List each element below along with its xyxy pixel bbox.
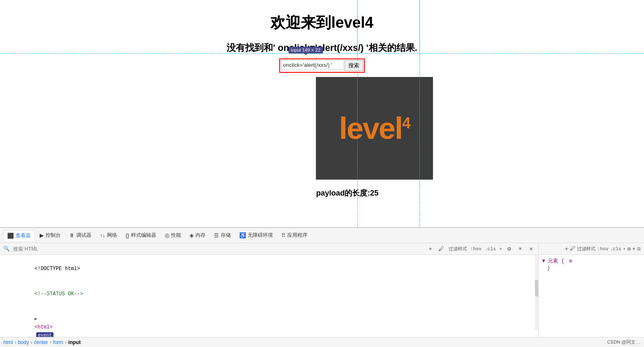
html-panel[interactable]: 🔍 + 🖊 过滤样式 :hov .cls + ⚙ ☀ ✕ <! (0, 243, 539, 337)
tab-inspector[interactable]: ⬛ 查看器 (3, 230, 35, 241)
breadcrumb-bar: html › body › center › form › input CSDN… (0, 337, 644, 347)
breadcrumb-input[interactable]: input (68, 339, 80, 345)
application-icon: ⠿ (281, 232, 286, 238)
storage-icon: ☰ (214, 232, 219, 238)
breadcrumb-html[interactable]: html (3, 339, 13, 345)
payload-info: payload的长度:25 (51, 188, 644, 198)
tab-console[interactable]: ▶ 控制台 (36, 230, 64, 241)
level4-logo-text: level4 (339, 111, 410, 146)
settings-styles-icon[interactable]: ⚙ (628, 246, 631, 252)
tab-debugger[interactable]: ⏸ 调试器 (66, 230, 95, 241)
settings-icon[interactable]: ⚙ (505, 245, 513, 253)
filter-styles-text: 过滤样式 (577, 246, 596, 252)
close-icon[interactable]: ✕ (527, 245, 535, 253)
accessibility-icon: ♿ (239, 232, 246, 238)
breadcrumb-body[interactable]: body (18, 339, 29, 345)
search-area: input 149 × 22 搜索 (0, 58, 644, 73)
theme-styles-icon[interactable]: ☀ (632, 246, 636, 252)
tab-storage[interactable]: ☰ 存储 (211, 230, 234, 241)
devtools-panel: ⬛ 查看器 ▶ 控制台 ⏸ 调试器 ↑↓ 网络 {} 样式编辑器 ◎ 性能 ◈ … (0, 227, 644, 347)
devtools-toolbar: ⬛ 查看器 ▶ 控制台 ⏸ 调试器 ↑↓ 网络 {} 样式编辑器 ◎ 性能 ◈ … (0, 228, 644, 243)
html-panel-toolbar: 🔍 + 🖊 过滤样式 :hov .cls + ⚙ ☀ ✕ (0, 243, 538, 255)
tab-style-editor[interactable]: {} 样式编辑器 (122, 230, 160, 241)
styles-selector: ▼ 元素 { ⚙ (542, 257, 641, 265)
tab-application[interactable]: ⠿ 应用程序 (278, 230, 311, 241)
html-line-html[interactable]: ▶ <html> event (3, 307, 535, 337)
styles-content: ▼ 元素 { ⚙ } (539, 255, 644, 274)
level4-image: level4 (316, 77, 433, 180)
html-content: <!DOCTYPE html> <!--STATUS OK--> ▶ <html… (0, 255, 538, 337)
styles-panel: + 🖊 过滤样式 :hov .cls + ⚙ ☀ ⊡ ▼ 元素 { ⚙ } (539, 243, 644, 337)
tab-accessibility[interactable]: ♿ 无障碍环境 (236, 230, 276, 241)
styles-rule: } (542, 265, 641, 271)
search-html-input[interactable] (13, 246, 423, 252)
main-page: 欢迎来到level4 没有找到和' onclick='alert(/xxs/) … (0, 0, 644, 227)
devtools-right-tools: + 🖊 过滤样式 :hov .cls + ⚙ ☀ ✕ (427, 245, 535, 253)
add-rule-button[interactable]: + (499, 246, 502, 252)
search-form-container: input 149 × 22 搜索 (279, 58, 365, 73)
tab-network[interactable]: ↑↓ 网络 (96, 230, 120, 241)
add-styles[interactable]: + (623, 246, 626, 252)
memory-icon: ◈ (190, 232, 194, 238)
add-node-button[interactable]: + (427, 245, 434, 253)
watermark: CSDN @阿文 ... (607, 339, 641, 345)
styles-pick-element[interactable]: 🖊 (570, 246, 575, 252)
performance-icon: ◎ (165, 232, 169, 238)
search-form-wrapper: 搜索 (279, 58, 365, 73)
search-icon: 🔍 (3, 246, 10, 252)
styles-add-rule[interactable]: + (565, 246, 568, 252)
filter-styles-label: 过滤样式 (449, 246, 467, 252)
pseudo-class-styles[interactable]: :hov (597, 246, 608, 252)
devtools-content: 🔍 + 🖊 过滤样式 :hov .cls + ⚙ ☀ ✕ <! (0, 243, 644, 337)
html-line-doctype[interactable]: <!DOCTYPE html> (3, 257, 535, 282)
class-button[interactable]: .cls (485, 246, 496, 252)
class-styles[interactable]: .cls (610, 246, 621, 252)
tab-performance[interactable]: ◎ 性能 (161, 230, 184, 241)
styles-toolbar-right: + 🖊 过滤样式 :hov .cls + ⚙ ☀ ⊡ (542, 246, 641, 252)
theme-icon[interactable]: ☀ (516, 245, 524, 253)
console-icon: ▶ (40, 232, 44, 238)
page-title: 欢迎来到level4 (0, 0, 644, 33)
debugger-icon: ⏸ (69, 232, 75, 238)
pick-element-button[interactable]: 🖊 (438, 245, 445, 253)
overflow-styles-icon[interactable]: ⊡ (637, 246, 641, 252)
breadcrumb-center[interactable]: center (34, 339, 48, 345)
scrollbar-track (535, 254, 538, 330)
scrollbar-thumb[interactable] (535, 280, 538, 297)
breadcrumb-form[interactable]: form (53, 339, 63, 345)
styles-panel-toolbar: + 🖊 过滤样式 :hov .cls + ⚙ ☀ ⊡ (539, 243, 644, 255)
styles-rule-settings-icon[interactable]: ⚙ (569, 258, 572, 264)
pseudo-class-button[interactable]: :hov (470, 246, 481, 252)
network-icon: ↑↓ (100, 232, 105, 238)
inspector-icon: ⬛ (7, 233, 14, 239)
style-editor-icon: {} (126, 232, 129, 238)
html-line-comment[interactable]: <!--STATUS OK--> (3, 282, 535, 307)
search-button[interactable]: 搜索 (345, 60, 363, 71)
tab-memory[interactable]: ◈ 内存 (186, 230, 209, 241)
search-input[interactable] (281, 60, 344, 69)
input-tooltip: input 149 × 22 (289, 47, 323, 53)
